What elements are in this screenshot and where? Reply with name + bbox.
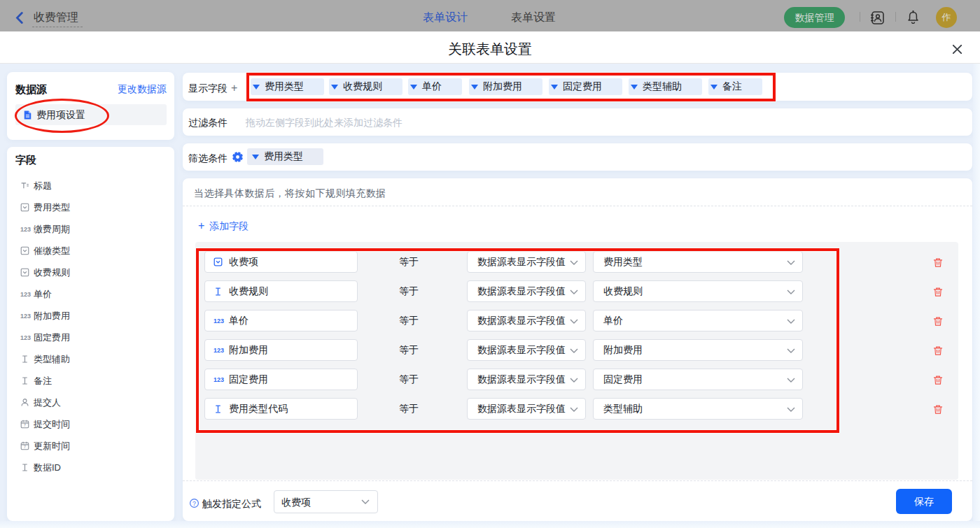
svg-text:7: 7 bbox=[24, 445, 26, 449]
svg-text:?: ? bbox=[192, 500, 196, 507]
svg-text:7: 7 bbox=[24, 423, 26, 427]
